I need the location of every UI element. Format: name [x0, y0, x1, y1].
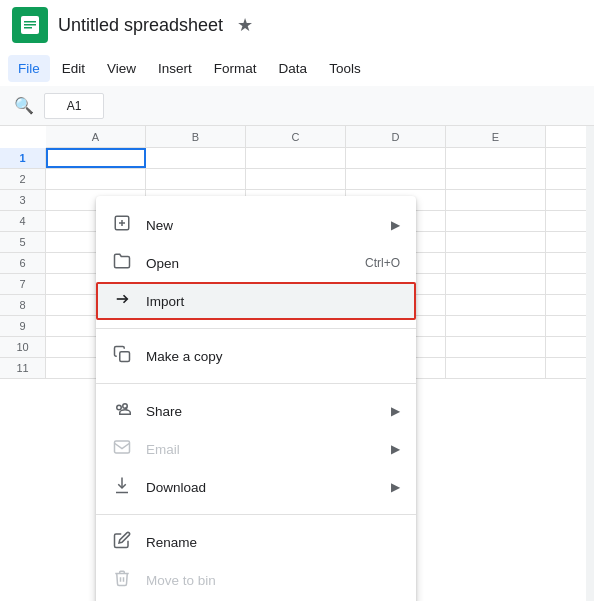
menu-item-email: Email ▶: [96, 430, 416, 468]
svg-rect-3: [24, 27, 32, 29]
cell-reference[interactable]: A1: [44, 93, 104, 119]
menu-item-rename[interactable]: Rename: [96, 523, 416, 561]
row-number-2: 2: [0, 169, 46, 189]
row-number-5: 5: [0, 232, 46, 252]
grid-cell-b1[interactable]: [146, 148, 246, 168]
divider-3: [96, 514, 416, 515]
open-shortcut: Ctrl+O: [365, 256, 400, 270]
app-icon: [12, 7, 48, 43]
new-arrow: ▶: [391, 218, 400, 232]
col-header-d: D: [346, 126, 446, 147]
grid-cell-c2[interactable]: [246, 169, 346, 189]
new-icon: [112, 214, 132, 236]
import-label: Import: [146, 294, 400, 309]
row-number-1: 1: [0, 148, 46, 168]
email-icon: [112, 438, 132, 460]
open-label: Open: [146, 256, 351, 271]
column-headers: A B C D E: [46, 126, 594, 148]
divider-2: [96, 383, 416, 384]
menu-bar: File Edit View Insert Format Data Tools: [0, 50, 594, 86]
row-number-8: 8: [0, 295, 46, 315]
row-number-9: 9: [0, 316, 46, 336]
main-content: Untitled spreadsheet ★ File Edit View In…: [0, 0, 594, 601]
table-row: 1: [0, 148, 594, 169]
grid-cell-a1[interactable]: [46, 148, 146, 168]
star-icon[interactable]: ★: [237, 14, 253, 36]
grid-cell-e7[interactable]: [446, 274, 546, 294]
open-icon: [112, 252, 132, 274]
import-icon: [112, 290, 132, 312]
bin-icon: [112, 569, 132, 591]
table-row: 2: [0, 169, 594, 190]
svg-rect-1: [24, 21, 36, 23]
grid-cell-d2[interactable]: [346, 169, 446, 189]
move-to-bin-label: Move to bin: [146, 573, 400, 588]
share-arrow: ▶: [391, 404, 400, 418]
grid-cell-e6[interactable]: [446, 253, 546, 273]
menu-section-1: New ▶ Open Ctrl+O: [96, 202, 416, 324]
col-header-a: A: [46, 126, 146, 147]
menu-item-edit[interactable]: Edit: [52, 55, 95, 82]
spreadsheet-title: Untitled spreadsheet: [58, 15, 223, 36]
menu-item-data[interactable]: Data: [269, 55, 318, 82]
download-label: Download: [146, 480, 377, 495]
menu-item-import[interactable]: Import: [96, 282, 416, 320]
copy-icon: [112, 345, 132, 367]
menu-item-move-to-bin: Move to bin: [96, 561, 416, 599]
share-icon: [112, 400, 132, 422]
svg-rect-2: [24, 24, 36, 26]
row-number-3: 3: [0, 190, 46, 210]
grid-cell-b2[interactable]: [146, 169, 246, 189]
grid-cell-e9[interactable]: [446, 316, 546, 336]
new-label: New: [146, 218, 377, 233]
grid-cell-e8[interactable]: [446, 295, 546, 315]
grid-cell-e11[interactable]: [446, 358, 546, 378]
rename-icon: [112, 531, 132, 553]
menu-item-format[interactable]: Format: [204, 55, 267, 82]
row-number-7: 7: [0, 274, 46, 294]
menu-item-new[interactable]: New ▶: [96, 206, 416, 244]
download-icon: [112, 476, 132, 498]
grid-cell-e5[interactable]: [446, 232, 546, 252]
title-bar: Untitled spreadsheet ★: [0, 0, 594, 50]
menu-item-make-copy[interactable]: Make a copy: [96, 337, 416, 375]
row-number-4: 4: [0, 211, 46, 231]
email-label: Email: [146, 442, 377, 457]
col-header-b: B: [146, 126, 246, 147]
search-button[interactable]: 🔍: [8, 90, 40, 122]
row-number-11: 11: [0, 358, 46, 378]
col-header-c: C: [246, 126, 346, 147]
grid-cell-e3[interactable]: [446, 190, 546, 210]
grid-cell-e2[interactable]: [446, 169, 546, 189]
grid-cell-e10[interactable]: [446, 337, 546, 357]
menu-section-3: Share ▶ Email ▶: [96, 388, 416, 510]
menu-item-view[interactable]: View: [97, 55, 146, 82]
spreadsheet-area: A B C D E 1 2: [0, 126, 594, 601]
svg-rect-7: [120, 352, 130, 362]
make-copy-label: Make a copy: [146, 349, 400, 364]
rename-label: Rename: [146, 535, 400, 550]
grid-cell-e4[interactable]: [446, 211, 546, 231]
menu-item-insert[interactable]: Insert: [148, 55, 202, 82]
menu-section-4: Rename Move to bin: [96, 519, 416, 601]
menu-item-download[interactable]: Download ▶: [96, 468, 416, 506]
col-header-e: E: [446, 126, 546, 147]
email-arrow: ▶: [391, 442, 400, 456]
menu-item-open[interactable]: Open Ctrl+O: [96, 244, 416, 282]
row-number-6: 6: [0, 253, 46, 273]
download-arrow: ▶: [391, 480, 400, 494]
row-number-10: 10: [0, 337, 46, 357]
scrollbar[interactable]: [586, 126, 594, 601]
share-label: Share: [146, 404, 377, 419]
grid-cell-e1[interactable]: [446, 148, 546, 168]
toolbar: 🔍 A1: [0, 86, 594, 126]
grid-cell-c1[interactable]: [246, 148, 346, 168]
menu-item-file[interactable]: File: [8, 55, 50, 82]
svg-rect-10: [115, 441, 130, 453]
grid-cell-d1[interactable]: [346, 148, 446, 168]
menu-item-share[interactable]: Share ▶: [96, 392, 416, 430]
file-dropdown-menu: New ▶ Open Ctrl+O: [96, 196, 416, 601]
menu-item-tools[interactable]: Tools: [319, 55, 371, 82]
grid-cell-a2[interactable]: [46, 169, 146, 189]
divider-1: [96, 328, 416, 329]
